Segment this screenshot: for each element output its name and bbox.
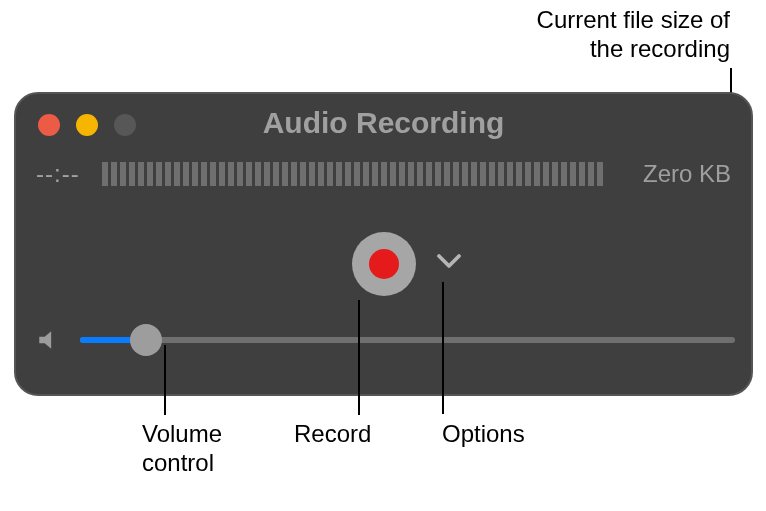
meter-segment <box>552 162 558 186</box>
meter-segment <box>372 162 378 186</box>
options-button[interactable] <box>434 246 464 276</box>
annotation-leader-record <box>358 300 360 415</box>
meter-segment <box>579 162 585 186</box>
annotation-leader-options <box>442 282 444 414</box>
meter-segment <box>462 162 468 186</box>
controls-row <box>16 232 751 302</box>
meter-segment <box>255 162 261 186</box>
meter-segment <box>291 162 297 186</box>
status-row: --:-- Zero KB <box>36 160 731 188</box>
meter-segment <box>165 162 171 186</box>
meter-segment <box>219 162 225 186</box>
meter-segment <box>192 162 198 186</box>
meter-segment <box>399 162 405 186</box>
meter-segment <box>525 162 531 186</box>
meter-segment <box>174 162 180 186</box>
meter-segment <box>156 162 162 186</box>
meter-segment <box>561 162 567 186</box>
meter-segment <box>201 162 207 186</box>
volume-slider[interactable] <box>80 324 735 356</box>
meter-segment <box>264 162 270 186</box>
annotation-filesize: Current file size of the recording <box>537 6 730 64</box>
meter-segment <box>417 162 423 186</box>
record-button[interactable] <box>352 232 416 296</box>
audio-recording-window: Audio Recording --:-- Zero KB <box>14 92 753 396</box>
meter-segment <box>426 162 432 186</box>
meter-segment <box>597 162 603 186</box>
annotation-volume: Volume control <box>142 420 222 478</box>
chevron-down-icon <box>434 246 464 276</box>
meter-segment <box>516 162 522 186</box>
meter-segment <box>543 162 549 186</box>
meter-segment <box>408 162 414 186</box>
meter-segment <box>300 162 306 186</box>
meter-segment <box>246 162 252 186</box>
meter-segment <box>489 162 495 186</box>
meter-segment <box>354 162 360 186</box>
meter-segment <box>138 162 144 186</box>
meter-segment <box>534 162 540 186</box>
meter-segment <box>435 162 441 186</box>
meter-segment <box>480 162 486 186</box>
meter-segment <box>381 162 387 186</box>
annotation-record: Record <box>294 420 371 449</box>
window-title: Audio Recording <box>16 106 751 140</box>
meter-segment <box>390 162 396 186</box>
volume-row <box>36 324 735 356</box>
meter-segment <box>273 162 279 186</box>
meter-segment <box>309 162 315 186</box>
volume-thumb[interactable] <box>130 324 162 356</box>
meter-segment <box>471 162 477 186</box>
meter-segment <box>498 162 504 186</box>
meter-segment <box>237 162 243 186</box>
meter-segment <box>588 162 594 186</box>
elapsed-time: --:-- <box>36 160 80 188</box>
meter-segment <box>282 162 288 186</box>
meter-segment <box>210 162 216 186</box>
meter-segment <box>453 162 459 186</box>
meter-segment <box>228 162 234 186</box>
file-size: Zero KB <box>643 160 731 188</box>
meter-segment <box>120 162 126 186</box>
meter-segment <box>507 162 513 186</box>
annotation-options: Options <box>442 420 525 449</box>
annotation-leader-volume <box>164 345 166 415</box>
meter-segment <box>336 162 342 186</box>
meter-segment <box>570 162 576 186</box>
volume-track <box>80 337 735 343</box>
meter-segment <box>318 162 324 186</box>
meter-segment <box>345 162 351 186</box>
meter-segment <box>444 162 450 186</box>
speaker-low-icon <box>36 327 62 353</box>
meter-segment <box>327 162 333 186</box>
meter-segment <box>183 162 189 186</box>
record-icon <box>369 249 399 279</box>
meter-segment <box>111 162 117 186</box>
meter-segment <box>102 162 108 186</box>
level-meter <box>102 162 621 186</box>
meter-segment <box>363 162 369 186</box>
meter-segment <box>147 162 153 186</box>
meter-segment <box>129 162 135 186</box>
